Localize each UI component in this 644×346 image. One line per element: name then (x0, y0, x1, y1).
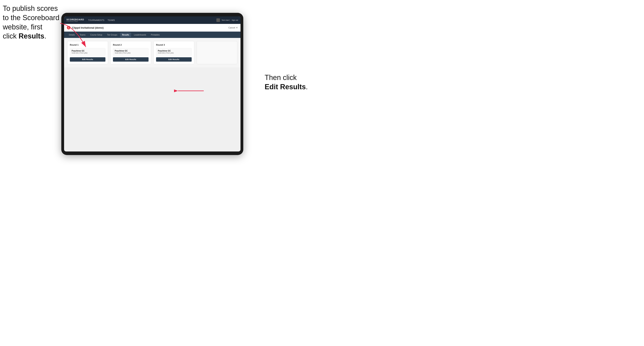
round-1-course-detail: Gold (M) (7010 yds) (72, 52, 104, 54)
round-card-3: Round 3 Peachtree GC Gold (M) (7010 yds)… (154, 41, 194, 64)
tab-course-setup[interactable]: Course Setup (88, 33, 104, 37)
nav-tournaments[interactable]: TOURNAMENTS (88, 19, 104, 21)
tab-teams[interactable]: Teams (78, 33, 88, 37)
rounds-grid: Round 1 Peachtree GC Gold (M) (7010 yds)… (67, 41, 237, 64)
round-1-course: Peachtree GC Gold (M) (7010 yds) (70, 48, 106, 56)
tab-printables[interactable]: Printables (149, 33, 162, 37)
user-avatar (216, 18, 220, 22)
round-2-course: Peachtree GC Gold (M) (7010 yds) (113, 48, 148, 56)
instruction-left: To publish scores to the Scoreboard webs… (3, 4, 60, 41)
round-3-course-detail: Gold (M) (7010 yds) (158, 52, 190, 54)
tab-details[interactable]: Details (67, 33, 77, 37)
app-logo: SCOREBOARD Powered by clippd (66, 18, 84, 22)
round-3-title: Round 3 (156, 44, 192, 46)
tab-leaderboards[interactable]: Leaderboards (132, 33, 148, 37)
round-2-course-detail: Gold (M) (7010 yds) (115, 52, 147, 54)
edit-results-button-3[interactable]: Edit Results (156, 57, 192, 62)
round-3-course-name: Peachtree GC (158, 50, 190, 52)
tournament-header: C Clippd Invitational (demo) Cancel ✕ (64, 24, 240, 32)
cancel-button[interactable]: Cancel ✕ (228, 26, 238, 29)
round-card-2: Round 2 Peachtree GC Gold (M) (7010 yds)… (110, 41, 151, 64)
nav-links: TOURNAMENTS TEAMS (88, 19, 212, 21)
tournament-title-area: C Clippd Invitational (demo) (67, 26, 104, 29)
edit-results-button-2[interactable]: Edit Results (113, 57, 148, 62)
round-card-1: Round 1 Peachtree GC Gold (M) (7010 yds)… (67, 41, 108, 64)
round-2-title: Round 2 (113, 44, 148, 46)
tournament-icon: C (67, 26, 70, 29)
round-1-course-name: Peachtree GC (72, 50, 104, 52)
nav-user: Test User | Sign out (216, 18, 238, 22)
round-2-course-name: Peachtree GC (115, 50, 147, 52)
sub-nav: Details Teams Course Setup Tee Groups Re… (64, 32, 240, 38)
content-area: Round 1 Peachtree GC Gold (M) (7010 yds)… (64, 38, 240, 67)
tablet-screen: SCOREBOARD Powered by clippd TOURNAMENTS… (64, 16, 240, 152)
tab-tee-groups[interactable]: Tee Groups (105, 33, 119, 37)
app-navbar: SCOREBOARD Powered by clippd TOURNAMENTS… (64, 16, 240, 24)
nav-teams[interactable]: TEAMS (108, 19, 115, 21)
tab-results[interactable]: Results (120, 33, 131, 37)
round-3-course: Peachtree GC Gold (M) (7010 yds) (156, 48, 192, 56)
instruction-right: Then click Edit Results. (265, 73, 316, 92)
edit-results-button-1[interactable]: Edit Results (70, 57, 106, 62)
round-1-title: Round 1 (70, 44, 106, 46)
tablet-frame: SCOREBOARD Powered by clippd TOURNAMENTS… (61, 13, 243, 155)
sign-out-link[interactable]: Sign out (232, 19, 238, 21)
round-card-empty (196, 41, 237, 64)
tournament-name: Clippd Invitational (demo) (72, 26, 104, 29)
